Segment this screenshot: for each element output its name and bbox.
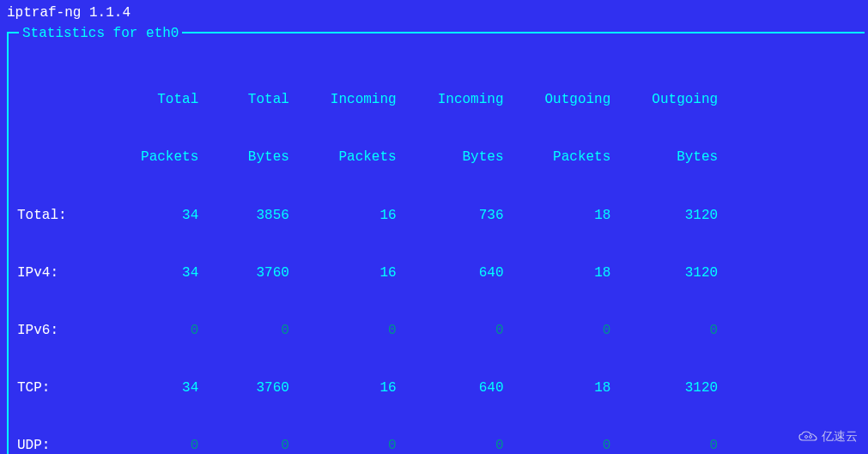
cloud-icon bbox=[798, 430, 818, 444]
panel-border-left bbox=[7, 32, 9, 454]
app-title: iptraf-ng 1.1.4 bbox=[0, 3, 868, 22]
stats-panel: Statistics for eth0 Total Total Incoming… bbox=[0, 24, 868, 454]
table-row: IPv4: 34 3760 16 640 18 3120 bbox=[17, 263, 868, 282]
stats-header-row1: Total Total Incoming Incoming Outgoing O… bbox=[17, 90, 868, 109]
svg-point-0 bbox=[805, 436, 808, 439]
app-root: iptraf-ng 1.1.4 Statistics for eth0 Tota… bbox=[0, 0, 868, 454]
panel-title-text: Statistics for eth0 bbox=[22, 26, 179, 41]
table-row: Total: 34 3856 16 736 18 3120 bbox=[17, 206, 868, 225]
panel-title: Statistics for eth0 bbox=[19, 24, 182, 43]
app-title-text: iptraf-ng 1.1.4 bbox=[7, 5, 131, 21]
watermark: 亿速云 bbox=[798, 428, 858, 445]
table-row: IPv6: 0 0 0 0 0 0 bbox=[17, 321, 868, 340]
svg-point-1 bbox=[810, 436, 812, 439]
stats-header-row2: Packets Bytes Packets Bytes Packets Byte… bbox=[17, 148, 868, 166]
table-row: TCP: 34 3760 16 640 18 3120 bbox=[17, 378, 868, 397]
watermark-text: 亿速云 bbox=[822, 428, 858, 445]
panel-content: Total Total Incoming Incoming Outgoing O… bbox=[0, 24, 868, 454]
table-row: UDP: 0 0 0 0 0 0 bbox=[17, 436, 868, 454]
stats-table: Total Total Incoming Incoming Outgoing O… bbox=[17, 51, 868, 454]
